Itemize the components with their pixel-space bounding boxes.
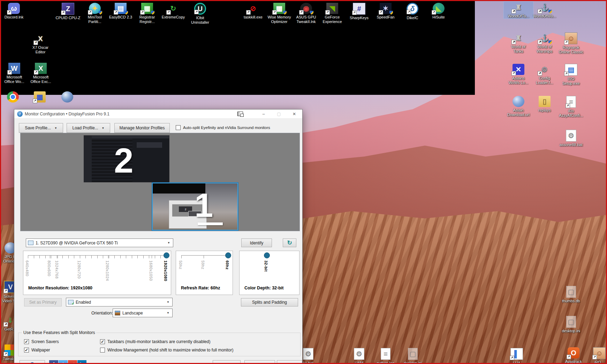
monitor-2-thumbnail[interactable]: 2 bbox=[84, 135, 169, 182]
manage-monitor-profiles-button[interactable]: Manage Monitor Profiles bbox=[114, 123, 170, 133]
desktop-icon[interactable]: ☺↗iRO... bbox=[585, 347, 607, 364]
desktop-icon[interactable]: ⚓↗WorldOfWa... bbox=[530, 2, 559, 18]
color-depth-caption: Color Depth: 32-bit bbox=[244, 286, 284, 290]
desktop-icon[interactable]: O↗Avastrack bbox=[559, 347, 588, 364]
desktop-icon-label: Discord.lnk bbox=[0, 15, 29, 20]
identify-button[interactable]: Identify bbox=[241, 238, 272, 247]
desktop-icon[interactable]: ♜↗World ofTanks bbox=[504, 32, 533, 54]
swap-monitors-button[interactable]: ↻ bbox=[283, 238, 296, 247]
monitor2-thumb-sidebar bbox=[84, 136, 92, 182]
desktop-icon[interactable]: ☺↗RagnarokOnline Classic bbox=[556, 32, 586, 54]
desktop-icon[interactable]: ↻↗ExtremeCopy bbox=[159, 3, 188, 20]
desktop-icon[interactable]: ⊘↗taskkill.exe bbox=[238, 3, 268, 20]
facebook-icon[interactable]: f bbox=[49, 360, 58, 364]
desktop-icon[interactable]: ✕↗AslainsWoWs Lo... bbox=[504, 64, 533, 85]
desktop-icon[interactable]: ⚙LWM bbox=[344, 348, 374, 364]
slider-tick bbox=[152, 255, 152, 258]
desktop-icon[interactable]: X↗X7 OscarEditor bbox=[26, 33, 55, 54]
color-depth-slider-panel[interactable]: Color Depth: 32-bit 32-bit bbox=[239, 251, 299, 295]
desktop-icon-label: X7 OscarEditor bbox=[26, 45, 55, 54]
orientation-dropdown[interactable]: Landscape ▼ bbox=[113, 309, 173, 317]
desktop-icon-label: replays bbox=[530, 108, 559, 113]
desktop-icon[interactable]: AslainDownload.url bbox=[504, 96, 533, 117]
enabled-dropdown[interactable]: Enabled ▼ bbox=[66, 298, 173, 306]
bottom-button-2[interactable] bbox=[244, 360, 275, 364]
monitor-1-thumbnail-selected[interactable]: 2 1 bbox=[152, 183, 238, 230]
desktop-icon[interactable]: ▦↗ bbox=[25, 91, 54, 103]
twitter-icon[interactable]: t bbox=[59, 360, 68, 364]
desktop-icon[interactable]: X↗MicrosoftOffice Exc... bbox=[26, 63, 55, 84]
desktop-icon[interactable]: δ↗DikeIC bbox=[398, 3, 427, 20]
window-position-button[interactable] bbox=[234, 109, 246, 118]
linkedin-icon[interactable]: in bbox=[77, 360, 86, 364]
taskbars-checkbox[interactable]: ✓ bbox=[100, 339, 105, 344]
googleplus-icon[interactable]: g+ bbox=[68, 360, 77, 364]
slider-tick-label: 1280x1024 bbox=[105, 260, 109, 281]
slider-thumb[interactable] bbox=[225, 252, 231, 258]
desktop-icon[interactable]: Z↗CPUID CPU-Z bbox=[53, 3, 83, 20]
desktop-icon[interactable]: ≡python.log bbox=[371, 348, 400, 364]
desktop-icon[interactable]: ▦↗RegistrarRegistr... bbox=[132, 3, 162, 24]
desktop-icon[interactable]: ✶↗SpeedFan bbox=[371, 3, 400, 20]
desktop-icon[interactable]: ω↗Discord.lnk bbox=[0, 3, 29, 20]
monitor-select-dropdown[interactable]: 1. S27D390 @ NVIDIA GeForce GTX 560 Ti ▼ bbox=[26, 238, 173, 247]
wallpaper-label: Wallpaper bbox=[31, 348, 50, 352]
desktop-icon[interactable]: ⚙↗ConfigLoader.f... bbox=[530, 64, 559, 85]
autosplit-checkbox[interactable] bbox=[176, 125, 181, 130]
desktop-icon[interactable]: ◣↗HiSuite bbox=[424, 3, 453, 20]
fadeddoc-icon: ▢ bbox=[408, 348, 418, 360]
slider-thumb[interactable] bbox=[264, 252, 270, 258]
desktop-icon[interactable]: ▢desktop.ini bbox=[398, 348, 427, 364]
desktop-icon[interactable]: ▢thumbs.db bbox=[556, 286, 586, 303]
help-button[interactable] bbox=[20, 360, 45, 364]
fadeddoc-icon: ▢ bbox=[566, 316, 576, 328]
desktop-icon[interactable]: ⚙assone88.bat bbox=[556, 130, 586, 147]
iobit-icon: U↗ bbox=[194, 3, 206, 15]
desktop-icon[interactable]: ⚓↗World ofWarships bbox=[530, 32, 559, 54]
slider-track[interactable] bbox=[181, 255, 228, 256]
save-profile-button[interactable]: Save Profile... ▼ bbox=[19, 123, 63, 133]
desktop-icon[interactable]: W↗MicrosoftOffice Wo... bbox=[0, 63, 29, 84]
bottom-button-3[interactable] bbox=[277, 360, 302, 364]
desktop-icon[interactable]: ▤↗EasyBCD 2.3 bbox=[106, 3, 135, 20]
orientation-value: Landscape bbox=[122, 311, 143, 316]
desktop-icon[interactable]: ▤↗IROSetup.exe bbox=[556, 64, 586, 86]
splits-and-padding-button[interactable]: Splits and Padding bbox=[241, 298, 298, 306]
refresh-rate-slider-panel[interactable]: Refresh Rate: 60hz 50hz59hz60hz bbox=[176, 251, 233, 295]
desktop-icon[interactable]: ◉↗ASUS GPUTweakII.lnk bbox=[291, 3, 321, 24]
shortcut-arrow-icon: ↗ bbox=[3, 352, 8, 356]
screen-savers-checkbox[interactable]: ✓ bbox=[24, 339, 29, 344]
save-profile-label: Save Profile... bbox=[25, 126, 51, 130]
slider-tick-label: 800x600 bbox=[47, 260, 51, 276]
desktop-icon-label: MicrosoftOffice Exc... bbox=[26, 75, 55, 84]
desktop-icon[interactable]: ▯replays bbox=[530, 96, 559, 113]
resolution-slider-panel[interactable]: Monitor Resolution: 1920x1080 640x480800… bbox=[23, 251, 171, 295]
load-profile-button[interactable]: Load Profile... ▼ bbox=[67, 123, 110, 133]
window-title: Monitor Configuration • DisplayFusion Pr… bbox=[25, 112, 109, 116]
monitor-select-value: 1. S27D390 @ NVIDIA GeForce GTX 560 Ti bbox=[36, 241, 118, 245]
window-management-checkbox[interactable] bbox=[100, 348, 105, 352]
load-profile-label: Load Profile... bbox=[73, 126, 98, 130]
slider-minor-tick bbox=[45, 255, 46, 258]
desktop-icon[interactable]: ▦↗Wise MemoryOptimizer bbox=[265, 3, 294, 24]
taskbars-row: ✓ Taskbars (multi-monitor taskbars are c… bbox=[100, 339, 210, 344]
slider-minor-tick bbox=[109, 255, 109, 258]
desktop-icon[interactable]: ≡↗iRoAzzyAIConfi... bbox=[556, 96, 586, 118]
slider-thumb[interactable] bbox=[164, 252, 169, 258]
gearsdoc-icon: ⚙ bbox=[566, 130, 576, 142]
desktop-icon[interactable]: ▌↗LUA bbox=[502, 348, 531, 364]
desktop-icon[interactable]: ✦↗MiniToolPartiti... bbox=[80, 3, 109, 24]
minimize-button[interactable]: – bbox=[258, 109, 270, 118]
desktop-icon[interactable]: ▢desktop.ini bbox=[556, 316, 586, 333]
bottom-button-1[interactable] bbox=[213, 360, 241, 364]
desktop-icon[interactable]: U↗IObitUninstaller bbox=[185, 3, 215, 25]
resolution-caption: Monitor Resolution: 1920x1080 bbox=[28, 286, 92, 290]
wallpaper-checkbox[interactable]: ✓ bbox=[24, 348, 29, 352]
desktop-icon[interactable] bbox=[53, 91, 82, 103]
desktop-icon[interactable]: ◥↗GeForceExperience bbox=[318, 3, 347, 24]
close-button[interactable]: ✕ bbox=[288, 109, 300, 118]
desktop-icon[interactable] bbox=[0, 91, 28, 103]
desktop-icon[interactable]: ♜↗WorldOfTa... bbox=[504, 2, 533, 18]
desktop-icon[interactable]: #↗SharpKeys bbox=[344, 3, 374, 20]
titlebar[interactable]: f Monitor Configuration • DisplayFusion … bbox=[14, 109, 302, 118]
